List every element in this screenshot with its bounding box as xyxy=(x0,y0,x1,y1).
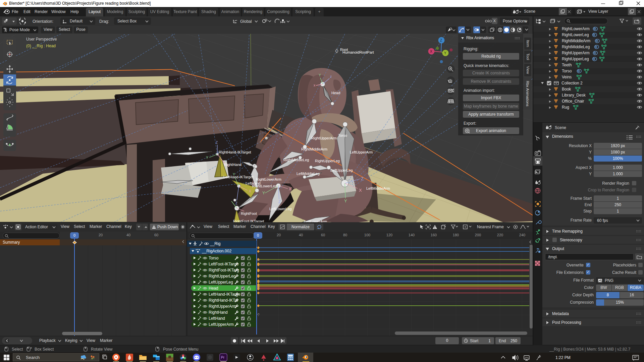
svg-text:220: 220 xyxy=(497,233,503,237)
svg-text:RightUpperArm: RightUpperArm xyxy=(311,136,337,140)
svg-text:x: x xyxy=(314,83,315,87)
svg-text:LeftUpperLeg: LeftUpperLeg xyxy=(330,168,353,172)
svg-text:X: X xyxy=(430,50,432,53)
svg-text:Y: Y xyxy=(344,198,347,203)
svg-text:Y: Y xyxy=(319,73,321,77)
svg-text:LeftHand-IKTarget: LeftHand-IKTarget xyxy=(223,175,253,179)
svg-text:RightLowerArm: RightLowerArm xyxy=(256,177,281,181)
svg-text:Y: Y xyxy=(262,191,265,195)
svg-text:Z: Z xyxy=(235,201,237,205)
svg-text:-5: -5 xyxy=(257,313,260,316)
svg-text:Head: Head xyxy=(331,91,340,95)
svg-text:5: 5 xyxy=(257,259,260,261)
svg-text:RightLowerLeg: RightLowerLeg xyxy=(252,184,277,188)
svg-text:160: 160 xyxy=(431,233,437,237)
svg-text:200: 200 xyxy=(475,233,481,237)
svg-text:20: 20 xyxy=(277,233,281,237)
svg-text:HumanoidRootPart: HumanoidRootPart xyxy=(342,50,374,54)
svg-text:100: 100 xyxy=(364,233,370,237)
svg-text:80: 80 xyxy=(343,233,347,237)
svg-text:X: X xyxy=(359,188,362,193)
svg-text:Y: Y xyxy=(444,51,446,55)
svg-text:LeftLowerLeg: LeftLowerLeg xyxy=(269,207,292,211)
svg-text:Y: Y xyxy=(206,156,208,160)
svg-text:180: 180 xyxy=(453,233,459,237)
svg-text:RightFoot-IKTarget: RightFoot-IKTarget xyxy=(233,219,264,222)
svg-text:RightMiddleLeg: RightMiddleLeg xyxy=(283,158,309,162)
svg-text:240: 240 xyxy=(519,233,525,237)
svg-text:LeftMiddleArm: LeftMiddleArm xyxy=(366,186,390,190)
svg-text:Z: Z xyxy=(440,39,442,42)
svg-text:z: z xyxy=(330,75,332,78)
svg-text:140: 140 xyxy=(409,233,415,237)
svg-text:X: X xyxy=(289,187,291,191)
svg-text:LeftLowerArm: LeftLowerArm xyxy=(304,220,327,222)
svg-text:RightUpperLeg: RightUpperLeg xyxy=(315,159,340,163)
svg-text:60: 60 xyxy=(154,233,158,237)
svg-text:20: 20 xyxy=(99,233,103,237)
svg-text:Z: Z xyxy=(278,199,281,204)
svg-text:1:22 PM: 1:22 PM xyxy=(555,355,571,360)
svg-text:LeftMiddleLeg: LeftMiddleLeg xyxy=(297,172,320,176)
svg-text:RightHand-IKTarget: RightHand-IKTarget xyxy=(219,150,251,154)
svg-text:40: 40 xyxy=(126,233,130,237)
svg-text:LeftUpperArm: LeftUpperArm xyxy=(350,150,373,154)
svg-text:RightHand: RightHand xyxy=(224,163,241,167)
svg-text:Z: Z xyxy=(216,141,218,144)
svg-text:RightFoot: RightFoot xyxy=(241,212,257,216)
svg-text:Torso: Torso xyxy=(338,133,347,137)
svg-text:120: 120 xyxy=(386,233,392,237)
svg-text:60: 60 xyxy=(321,233,325,237)
svg-text:Z: Z xyxy=(361,176,364,181)
svg-text:Pr: Pr xyxy=(221,356,225,359)
svg-text:40: 40 xyxy=(299,233,303,237)
svg-text:RightMiddleArm: RightMiddleArm xyxy=(301,147,327,151)
svg-text:X: X xyxy=(249,189,251,193)
svg-text:0: 0 xyxy=(257,287,260,289)
